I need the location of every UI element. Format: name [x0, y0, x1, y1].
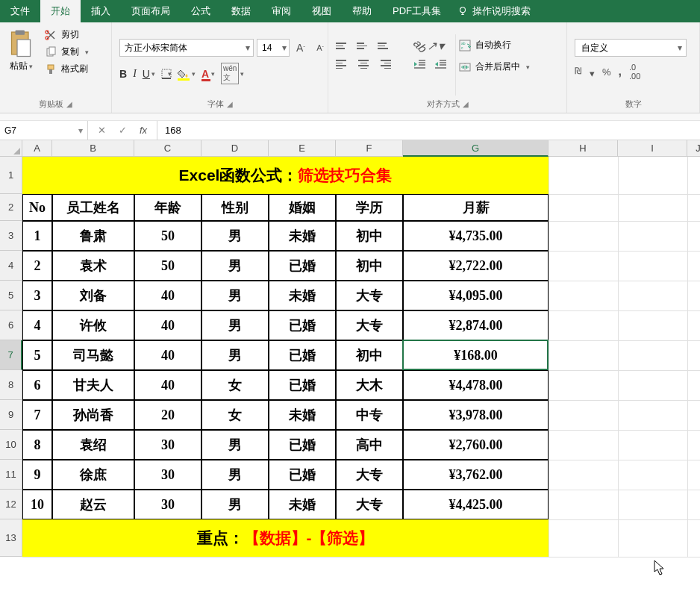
table-cell-r9-c6[interactable]: ¥4,425.00 [403, 490, 549, 519]
row-header-3[interactable]: 3 [0, 221, 22, 251]
table-cell-r4-c0[interactable]: 5 [22, 340, 52, 370]
phonetic-guide-button[interactable]: wén文 [221, 63, 239, 84]
percent-button[interactable]: % [602, 66, 611, 78]
column-header-A[interactable]: A [22, 140, 52, 157]
table-cell-r9-c4[interactable]: 未婚 [269, 490, 336, 519]
table-cell-r3-c5[interactable]: 大专 [336, 310, 403, 340]
dialog-launcher-icon[interactable]: ◢ [66, 100, 72, 108]
table-cell-r6-c5[interactable]: 中专 [336, 400, 403, 430]
table-cell-r0-c4[interactable]: 未婚 [269, 221, 336, 251]
table-cell-r7-c0[interactable]: 8 [22, 430, 52, 460]
font-size-select[interactable]: 14 [257, 39, 290, 57]
table-cell-r0-c6[interactable]: ¥4,735.00 [403, 221, 549, 251]
table-cell-r4-c1[interactable]: 司马懿 [52, 340, 134, 370]
row-header-11[interactable]: 11 [0, 460, 22, 490]
table-cell-r9-c5[interactable]: 大专 [336, 490, 403, 519]
increase-indent-button[interactable] [434, 58, 448, 70]
table-cell-r1-c2[interactable]: 50 [134, 251, 201, 281]
table-cell-r7-c5[interactable]: 高中 [336, 430, 403, 460]
column-header-D[interactable]: D [201, 140, 269, 157]
column-header-I[interactable]: I [618, 140, 687, 157]
formula-input[interactable]: 168 [157, 121, 700, 140]
table-cell-r0-c3[interactable]: 男 [201, 221, 269, 251]
table-cell-r2-c1[interactable]: 刘备 [52, 281, 134, 310]
table-cell-r9-c1[interactable]: 赵云 [52, 490, 134, 519]
table-cell-r9-c3[interactable]: 男 [201, 490, 269, 519]
name-box[interactable]: G7 [0, 121, 88, 140]
column-header-H[interactable]: H [549, 140, 618, 157]
table-cell-r8-c4[interactable]: 已婚 [269, 460, 336, 490]
table-cell-r5-c0[interactable]: 6 [22, 370, 52, 400]
top-align-button[interactable] [336, 40, 349, 53]
increase-font-button[interactable]: Aˆ [293, 40, 309, 56]
number-format-select[interactable]: 自定义 [575, 39, 687, 57]
row-header-13[interactable]: 13 [0, 519, 22, 557]
decrease-font-button[interactable]: Aˇ [312, 40, 328, 56]
table-cell-r5-c5[interactable]: 大木 [336, 370, 403, 400]
table-cell-r6-c4[interactable]: 未婚 [269, 400, 336, 430]
table-cell-r0-c0[interactable]: 1 [22, 221, 52, 251]
column-header-E[interactable]: E [269, 140, 336, 157]
cut-button[interactable]: 剪切 [45, 28, 89, 41]
row-header-1[interactable]: 1 [0, 157, 22, 194]
title-cell[interactable]: Excel函数公式：筛选技巧合集 [22, 157, 549, 194]
row-header-5[interactable]: 5 [0, 281, 22, 310]
column-header-B[interactable]: B [52, 140, 134, 157]
table-cell-r8-c0[interactable]: 9 [22, 460, 52, 490]
table-cell-r5-c6[interactable]: ¥4,478.00 [403, 370, 549, 400]
footer-cell[interactable]: 重点：【数据】-【筛选】 [22, 519, 549, 557]
table-cell-r8-c2[interactable]: 30 [134, 460, 201, 490]
tab-审阅[interactable]: 审阅 [261, 0, 301, 22]
table-cell-r7-c4[interactable]: 已婚 [269, 430, 336, 460]
table-cell-r4-c3[interactable]: 男 [201, 340, 269, 370]
accounting-format-button[interactable]: ₪▾ [575, 65, 595, 79]
merge-center-button[interactable]: 合并后居中▾ [459, 60, 530, 73]
dialog-launcher-icon[interactable]: ◢ [463, 100, 469, 108]
font-name-select[interactable]: 方正小标宋简体 [119, 39, 254, 57]
row-header-12[interactable]: 12 [0, 490, 22, 519]
table-cell-r5-c2[interactable]: 40 [134, 370, 201, 400]
table-cell-r2-c3[interactable]: 男 [201, 281, 269, 310]
table-cell-r1-c6[interactable]: ¥2,722.00 [403, 251, 549, 281]
table-cell-r2-c2[interactable]: 40 [134, 281, 201, 310]
decrease-indent-button[interactable] [413, 58, 427, 70]
table-cell-r6-c3[interactable]: 女 [201, 400, 269, 430]
column-header-C[interactable]: C [134, 140, 201, 157]
increase-decimal-button[interactable]: .0.00 [629, 63, 640, 81]
tab-帮助[interactable]: 帮助 [342, 0, 382, 22]
table-cell-r8-c5[interactable]: 大专 [336, 460, 403, 490]
table-cell-r7-c6[interactable]: ¥2,760.00 [403, 430, 549, 460]
table-cell-r7-c2[interactable]: 30 [134, 430, 201, 460]
table-cell-r3-c3[interactable]: 男 [201, 310, 269, 340]
fill-color-button[interactable]: ▾ [178, 69, 196, 79]
wrap-text-button[interactable]: abc自动换行 [459, 39, 530, 51]
paste-button[interactable]: 粘贴▾ [3, 25, 39, 96]
table-cell-r5-c4[interactable]: 已婚 [269, 370, 336, 400]
table-cell-r1-c1[interactable]: 袁术 [52, 251, 134, 281]
table-cell-r0-c1[interactable]: 鲁肃 [52, 221, 134, 251]
underline-button[interactable]: U [143, 68, 150, 80]
table-cell-r2-c6[interactable]: ¥4,095.00 [403, 281, 549, 310]
table-cell-r4-c2[interactable]: 40 [134, 340, 201, 370]
tell-me-search[interactable]: 操作说明搜索 [457, 4, 531, 18]
table-cell-r3-c0[interactable]: 4 [22, 310, 52, 340]
table-cell-r8-c1[interactable]: 徐庶 [52, 460, 134, 490]
table-cell-r6-c6[interactable]: ¥3,978.00 [403, 400, 549, 430]
table-header-0[interactable]: No [22, 194, 52, 221]
copy-button[interactable]: 复制▾ [45, 46, 89, 58]
italic-button[interactable]: I [133, 68, 137, 80]
orientation-button[interactable]: ab↗▾ [413, 39, 444, 53]
table-cell-r1-c3[interactable]: 男 [201, 251, 269, 281]
table-cell-r2-c0[interactable]: 3 [22, 281, 52, 310]
tab-数据[interactable]: 数据 [221, 0, 261, 22]
table-cell-r4-c6[interactable]: ¥168.00 [403, 340, 549, 370]
table-cell-r8-c6[interactable]: ¥3,762.00 [403, 460, 549, 490]
tab-文件[interactable]: 文件 [0, 0, 40, 22]
table-cell-r9-c0[interactable]: 10 [22, 490, 52, 519]
row-header-8[interactable]: 8 [0, 370, 22, 400]
font-color-button[interactable]: A▾ [201, 68, 215, 80]
table-cell-r6-c1[interactable]: 孙尚香 [52, 400, 134, 430]
table-cell-r1-c4[interactable]: 已婚 [269, 251, 336, 281]
row-header-4[interactable]: 4 [0, 251, 22, 281]
table-cell-r1-c0[interactable]: 2 [22, 251, 52, 281]
